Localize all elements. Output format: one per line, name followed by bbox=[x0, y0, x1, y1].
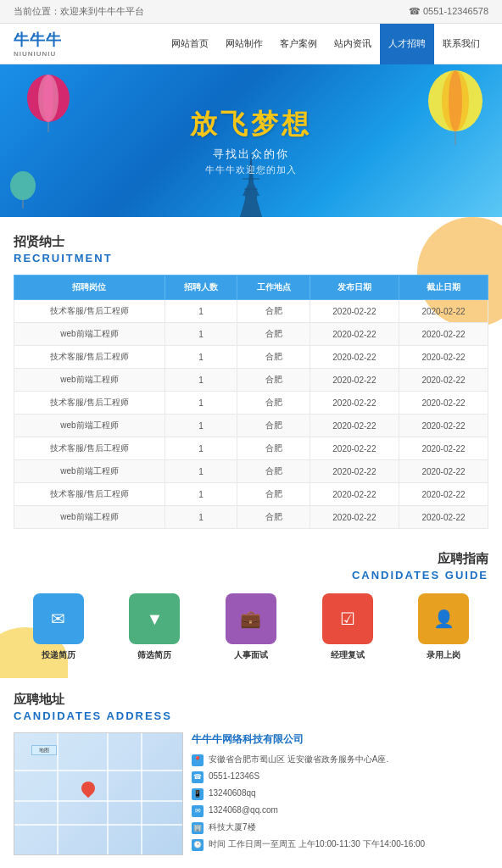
step-1: ✉ 投递简历 bbox=[14, 593, 103, 661]
guide-section: 应聘指南 CANDIDATES GUIDE ✉ 投递简历 ▼ 筛选简历 💼 人事… bbox=[0, 537, 502, 678]
address-section: 应聘地址 CANDIDATES ADDRESS 地图 牛牛牛网络科技有限公司 📍… bbox=[0, 678, 502, 868]
table-row[interactable]: 技术客服/售后工程师1合肥2020-02-222020-02-22 bbox=[14, 346, 488, 369]
step-label-3: 人事面试 bbox=[234, 649, 268, 661]
top-bar: 当前位置：欢迎来到牛牛牛平台 ☎ 0551-12346578 bbox=[0, 0, 502, 24]
col-publish: 发布日期 bbox=[310, 275, 399, 300]
nav-home[interactable]: 网站首页 bbox=[163, 24, 217, 64]
nav-recruit[interactable]: 人才招聘 bbox=[380, 24, 434, 64]
table-row[interactable]: web前端工程师1合肥2020-02-222020-02-22 bbox=[14, 415, 488, 437]
guide-title-cn: 应聘指南 bbox=[14, 551, 488, 567]
svg-point-4 bbox=[10, 171, 36, 200]
table-row[interactable]: 技术客服/售后工程师1合肥2020-02-222020-02-22 bbox=[14, 300, 488, 323]
breadcrumb: 当前位置：欢迎来到牛牛牛平台 bbox=[14, 5, 144, 18]
header: 牛牛牛 NIUNIUNIU 网站首页 网站制作 客户案例 站内资讯 人才招聘 联… bbox=[0, 24, 502, 64]
col-count: 招聘人数 bbox=[165, 275, 237, 300]
email-icon: ✉ bbox=[192, 805, 204, 817]
phone: ☎ 0551-12346578 bbox=[409, 6, 488, 17]
step-label-4: 经理复试 bbox=[331, 649, 365, 661]
balloon-left bbox=[25, 73, 72, 132]
table-row[interactable]: web前端工程师1合肥2020-02-222020-02-22 bbox=[14, 323, 488, 346]
recruit-table: 招聘岗位 招聘人数 工作地点 发布日期 截止日期 技术客服/售后工程师1合肥20… bbox=[14, 275, 488, 529]
recruit-title-en: RECRUITMENT bbox=[14, 252, 488, 264]
nav-news[interactable]: 站内资讯 bbox=[326, 24, 380, 64]
step-icon-3: 💼 bbox=[226, 593, 276, 644]
svg-marker-12 bbox=[240, 199, 262, 217]
hero-title: 放飞梦想 bbox=[190, 106, 312, 143]
col-deadline: 截止日期 bbox=[399, 275, 488, 300]
table-row[interactable]: web前端工程师1合肥2020-02-222020-02-22 bbox=[14, 369, 488, 392]
step-2: ▼ 筛选简历 bbox=[110, 593, 200, 661]
svg-rect-11 bbox=[245, 196, 257, 199]
balloon-small bbox=[8, 170, 38, 209]
hero-sub: 寻找出众的你 bbox=[190, 147, 312, 162]
step-3: 💼 人事面试 bbox=[206, 593, 296, 661]
info-row-mobile: 📱 13240608qq bbox=[192, 787, 488, 800]
address-title-cn: 应聘地址 bbox=[14, 692, 488, 708]
phone-icon: ☎ bbox=[192, 771, 204, 783]
address-icon: 📍 bbox=[192, 754, 204, 766]
time-icon: 🕐 bbox=[192, 839, 204, 851]
balloon-right bbox=[426, 69, 485, 145]
step-5: 👤 录用上岗 bbox=[399, 593, 488, 661]
step-4: ☑ 经理复试 bbox=[303, 593, 393, 661]
hero-banner: 放飞梦想 寻找出众的你 牛牛牛欢迎您的加入 bbox=[0, 64, 502, 217]
guide-steps: ✉ 投递简历 ▼ 筛选简历 💼 人事面试 ☑ 经理复试 👤 录用上岗 bbox=[14, 593, 488, 661]
step-label-1: 投递简历 bbox=[42, 649, 75, 661]
svg-point-2 bbox=[43, 75, 53, 122]
nav-contact[interactable]: 联系我们 bbox=[434, 24, 488, 64]
col-location: 工作地点 bbox=[237, 275, 310, 300]
company-info: 牛牛牛网络科技有限公司 📍 安徽省合肥市蜀山区 近安徽省政务服务中心A座. ☎ … bbox=[192, 732, 488, 855]
recruit-title-cn: 招贤纳士 bbox=[14, 234, 488, 250]
map-inner: 地图 bbox=[14, 733, 182, 854]
mobile-icon: 📱 bbox=[192, 788, 204, 800]
step-icon-4: ☑ bbox=[322, 593, 373, 644]
info-row-phone: ☎ 0551-12346S bbox=[192, 771, 488, 783]
info-row-time: 🕐 时间 工作日周一至周五 上午10:00-11:30 下午14:00-16:0… bbox=[192, 838, 488, 851]
building-icon: 🏢 bbox=[192, 822, 204, 834]
table-row[interactable]: 技术客服/售后工程师1合肥2020-02-222020-02-22 bbox=[14, 483, 488, 506]
step-label-5: 录用上岗 bbox=[427, 649, 460, 661]
company-name: 牛牛牛网络科技有限公司 bbox=[192, 732, 488, 747]
table-row[interactable]: web前端工程师1合肥2020-02-222020-02-22 bbox=[14, 506, 488, 529]
map-placeholder: 地图 bbox=[14, 732, 183, 855]
hero-text: 放飞梦想 寻找出众的你 牛牛牛欢迎您的加入 bbox=[190, 106, 312, 176]
address-content: 地图 牛牛牛网络科技有限公司 📍 安徽省合肥市蜀山区 近安徽省政务服务中心A座.… bbox=[14, 732, 488, 855]
table-row[interactable]: 技术客服/售后工程师1合肥2020-02-222020-02-22 bbox=[14, 437, 488, 460]
nav: 网站首页 网站制作 客户案例 站内资讯 人才招聘 联系我们 bbox=[163, 24, 488, 64]
hero-sub2: 牛牛牛欢迎您的加入 bbox=[190, 164, 312, 176]
recruitment-section: 招贤纳士 RECRUITMENT 招聘岗位 招聘人数 工作地点 发布日期 截止日… bbox=[0, 217, 502, 537]
svg-point-8 bbox=[449, 70, 462, 131]
nav-cases[interactable]: 客户案例 bbox=[271, 24, 326, 64]
step-label-2: 筛选简历 bbox=[137, 649, 171, 661]
address-title-en: CANDIDATES ADDRESS bbox=[14, 709, 488, 722]
step-icon-2: ▼ bbox=[129, 593, 180, 644]
table-row[interactable]: web前端工程师1合肥2020-02-222020-02-22 bbox=[14, 460, 488, 483]
info-row-address: 📍 安徽省合肥市蜀山区 近安徽省政务服务中心A座. bbox=[192, 754, 488, 766]
info-row-building: 🏢 科技大厦7楼 bbox=[192, 821, 488, 834]
step-icon-5: 👤 bbox=[418, 593, 469, 644]
col-position: 招聘岗位 bbox=[14, 275, 165, 300]
step-icon-1: ✉ bbox=[33, 593, 84, 644]
logo: 牛牛牛 NIUNIUNIU bbox=[14, 30, 62, 58]
guide-title-en: CANDIDATES GUIDE bbox=[14, 569, 488, 581]
table-row[interactable]: 技术客服/售后工程师1合肥2020-02-222020-02-22 bbox=[14, 392, 488, 415]
info-row-email: ✉ 1324068@qq.com bbox=[192, 804, 488, 817]
nav-website[interactable]: 网站制作 bbox=[217, 24, 271, 64]
